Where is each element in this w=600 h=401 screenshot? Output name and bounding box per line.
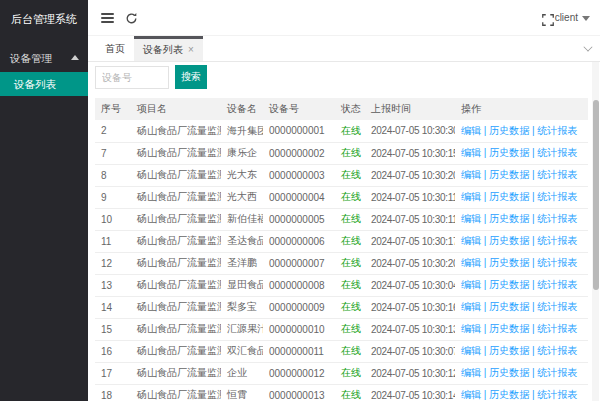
caret-down-icon [582,16,590,21]
tab-device-list[interactable]: 设备列表× [134,36,203,61]
stats-report-link[interactable]: 统计报表 [537,169,577,180]
history-data-link[interactable]: 历史数据 [489,323,529,334]
history-data-link[interactable]: 历史数据 [489,345,529,356]
table-row: 2砀山食品厂流量监测海升集团0000000001在线2024-07-05 10:… [95,120,588,142]
history-data-link[interactable]: 历史数据 [489,301,529,312]
project-cell: 砀山食品厂流量监测 [131,230,221,252]
main-area: client 首页 设备列表× 搜索 序号项目名设备名设备号状态上报时间操作 [88,0,600,401]
status-badge: 在线 [341,345,361,356]
column-header: 操作 [455,98,588,120]
tabs-dropdown-icon[interactable] [584,43,592,51]
edit-link[interactable]: 编辑 [461,235,481,246]
stats-report-link[interactable]: 统计报表 [537,147,577,158]
device-code-cell: 0000000004 [263,186,335,208]
action-separator: | [481,301,489,312]
status-badge: 在线 [341,279,361,290]
seq-cell: 9 [95,186,131,208]
device-name-cell: 光大东 [221,164,263,186]
seq-cell: 17 [95,362,131,384]
edit-link[interactable]: 编辑 [461,257,481,268]
menu-toggle-icon[interactable] [101,13,114,24]
stats-report-link[interactable]: 统计报表 [537,323,577,334]
scrollbar-thumb[interactable] [593,100,599,290]
action-separator: | [481,125,489,136]
actions-cell: 编辑 | 历史数据 | 统计报表 [455,230,588,252]
edit-link[interactable]: 编辑 [461,367,481,378]
stats-report-link[interactable]: 统计报表 [537,301,577,312]
seq-cell: 2 [95,120,131,142]
history-data-link[interactable]: 历史数据 [489,191,529,202]
history-data-link[interactable]: 历史数据 [489,169,529,180]
stats-report-link[interactable]: 统计报表 [537,125,577,136]
status-cell: 在线 [335,318,365,340]
stats-report-link[interactable]: 统计报表 [537,213,577,224]
status-cell: 在线 [335,362,365,384]
history-data-link[interactable]: 历史数据 [489,125,529,136]
tab-close-icon[interactable]: × [188,44,194,55]
table-header-row: 序号项目名设备名设备号状态上报时间操作 [95,98,588,120]
edit-link[interactable]: 编辑 [461,125,481,136]
device-name-cell: 显田食品 [221,274,263,296]
actions-cell: 编辑 | 历史数据 | 统计报表 [455,362,588,384]
user-dropdown[interactable]: client [555,0,590,36]
device-code-cell: 0000000010 [263,318,335,340]
action-separator: | [481,235,489,246]
app-title: 后台管理系统 [0,0,88,38]
scrollbar[interactable] [592,62,599,401]
history-data-link[interactable]: 历史数据 [489,367,529,378]
stats-report-link[interactable]: 统计报表 [537,191,577,202]
edit-link[interactable]: 编辑 [461,213,481,224]
device-code-cell: 0000000009 [263,296,335,318]
project-cell: 砀山食品厂流量监测 [131,142,221,164]
edit-link[interactable]: 编辑 [461,323,481,334]
history-data-link[interactable]: 历史数据 [489,389,529,400]
history-data-link[interactable]: 历史数据 [489,279,529,290]
seq-cell: 15 [95,318,131,340]
device-name-cell: 光大西 [221,186,263,208]
actions-cell: 编辑 | 历史数据 | 统计报表 [455,186,588,208]
stats-report-link[interactable]: 统计报表 [537,367,577,378]
column-header: 设备号 [263,98,335,120]
project-cell: 砀山食品厂流量监测 [131,120,221,142]
edit-link[interactable]: 编辑 [461,279,481,290]
column-header: 序号 [95,98,131,120]
device-code-cell: 0000000002 [263,142,335,164]
report-time-cell: 2024-07-05 10:30:04 [365,274,455,296]
seq-cell: 16 [95,340,131,362]
history-data-link[interactable]: 历史数据 [489,257,529,268]
edit-link[interactable]: 编辑 [461,169,481,180]
sidebar-item-device-list[interactable]: 设备列表 [0,72,88,96]
stats-report-link[interactable]: 统计报表 [537,389,577,400]
edit-link[interactable]: 编辑 [461,191,481,202]
device-code-cell: 0000000003 [263,164,335,186]
refresh-icon[interactable] [125,11,138,29]
actions-cell: 编辑 | 历史数据 | 统计报表 [455,318,588,340]
sidebar-item-device-management[interactable]: 设备管理 [0,46,88,70]
project-cell: 砀山食品厂流量监测 [131,186,221,208]
project-cell: 砀山食品厂流量监测 [131,208,221,230]
report-time-cell: 2024-07-05 10:30:14 [365,384,455,401]
edit-link[interactable]: 编辑 [461,389,481,400]
action-separator: | [481,389,489,400]
fullscreen-icon[interactable] [542,12,554,30]
history-data-link[interactable]: 历史数据 [489,235,529,246]
history-data-link[interactable]: 历史数据 [489,147,529,158]
action-separator: | [481,257,489,268]
history-data-link[interactable]: 历史数据 [489,213,529,224]
status-badge: 在线 [341,125,361,136]
project-cell: 砀山食品厂流量监测 [131,318,221,340]
tab-home[interactable]: 首页 [96,36,134,61]
search-button[interactable]: 搜索 [175,65,207,89]
device-code-input[interactable] [95,66,169,89]
stats-report-link[interactable]: 统计报表 [537,257,577,268]
stats-report-link[interactable]: 统计报表 [537,279,577,290]
stats-report-link[interactable]: 统计报表 [537,345,577,356]
stats-report-link[interactable]: 统计报表 [537,235,577,246]
device-code-cell: 0000000005 [263,208,335,230]
edit-link[interactable]: 编辑 [461,301,481,312]
device-name-cell: 梨多宝 [221,296,263,318]
action-separator: | [481,213,489,224]
edit-link[interactable]: 编辑 [461,345,481,356]
edit-link[interactable]: 编辑 [461,147,481,158]
top-bar: client [88,0,600,36]
